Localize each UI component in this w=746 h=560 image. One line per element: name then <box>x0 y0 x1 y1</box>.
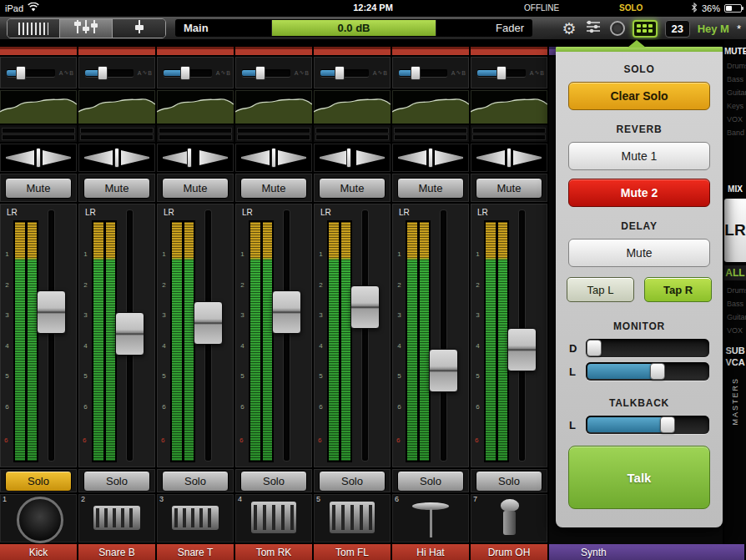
fader-cap[interactable] <box>429 349 458 392</box>
mini-slider-handle[interactable] <box>255 66 265 80</box>
mute-button[interactable]: Mute <box>397 178 463 199</box>
show-name[interactable]: Hey M <box>698 23 729 35</box>
solo-button[interactable]: Solo <box>476 471 542 492</box>
fader-track[interactable] <box>362 210 368 461</box>
mini-slider-track[interactable] <box>242 69 290 77</box>
fader-cap[interactable] <box>350 285 380 329</box>
slider-handle[interactable] <box>660 416 675 433</box>
channel-name[interactable]: Snare T <box>157 544 234 560</box>
monitor-dim-slider[interactable] <box>586 339 709 357</box>
slider-handle[interactable] <box>587 340 602 356</box>
view-mixer-button[interactable] <box>60 19 113 38</box>
fader-track[interactable] <box>48 210 54 461</box>
solo-button[interactable]: Solo <box>240 471 306 492</box>
channel-icon-area[interactable]: 4 <box>235 494 312 544</box>
fader-track[interactable] <box>441 210 446 461</box>
rail-list-item[interactable]: Band <box>724 126 746 139</box>
mini-slider-handle[interactable] <box>496 66 507 80</box>
rail-list-item[interactable]: Keys <box>724 99 746 113</box>
pan-handle[interactable] <box>346 148 351 168</box>
rail-list-item[interactable]: VOX <box>724 324 746 337</box>
channel-mini-slider[interactable]: A∿B <box>392 57 469 90</box>
dynamics-meters[interactable] <box>78 125 155 144</box>
mini-slider-track[interactable] <box>164 69 212 77</box>
channel-name[interactable]: Kick <box>0 544 77 560</box>
view-channel-button[interactable] <box>113 19 165 38</box>
pan-handle[interactable] <box>36 148 41 168</box>
dynamics-meters[interactable] <box>235 125 312 144</box>
talk-button[interactable]: Talk <box>568 446 710 509</box>
mini-slider-track[interactable] <box>85 69 134 77</box>
pan-control[interactable] <box>392 144 469 174</box>
eq-display[interactable] <box>471 90 547 125</box>
record-button[interactable] <box>610 21 625 36</box>
channel-name[interactable]: Tom FL <box>314 544 391 560</box>
mini-slider-track[interactable] <box>320 69 369 77</box>
channel-icon-area[interactable]: 6 <box>392 494 469 544</box>
fader-cap[interactable] <box>37 290 66 334</box>
mute-button[interactable]: Mute <box>5 178 71 199</box>
fader-track[interactable] <box>284 210 290 461</box>
channel-name[interactable]: Synth <box>549 544 744 560</box>
solo-button[interactable]: Solo <box>319 471 385 492</box>
channel-name[interactable]: Tom RK <box>235 544 312 560</box>
clear-solo-button[interactable]: Clear Solo <box>568 82 710 110</box>
rail-list-item[interactable]: Guitars <box>724 86 746 99</box>
fader-cap[interactable] <box>194 301 223 345</box>
dynamics-meters[interactable] <box>0 125 77 144</box>
mini-slider-handle[interactable] <box>98 66 108 80</box>
fader-cap[interactable] <box>272 290 301 334</box>
channel-name[interactable]: Snare B <box>78 544 155 560</box>
rail-list-item[interactable]: Bass <box>724 73 746 86</box>
channel-icon-area[interactable]: 2 <box>78 494 155 544</box>
pan-handle[interactable] <box>187 148 192 168</box>
solo-button[interactable]: Solo <box>5 471 71 492</box>
pan-handle[interactable] <box>114 148 119 168</box>
eq-display[interactable] <box>157 90 234 125</box>
routing-button[interactable] <box>584 19 602 38</box>
channel-name[interactable]: Hi Hat <box>392 544 469 560</box>
rail-list-item[interactable]: Drums <box>724 284 746 297</box>
rail-list-item[interactable]: Guitars <box>724 310 746 324</box>
solo-button[interactable]: Solo <box>397 471 463 492</box>
tap-left-button[interactable]: Tap L <box>567 277 634 302</box>
reverb-mute2-button[interactable]: Mute 2 <box>568 179 710 207</box>
pan-handle[interactable] <box>507 148 512 168</box>
mini-slider-track[interactable] <box>477 69 526 77</box>
channel-mini-slider[interactable]: A∿B <box>235 57 312 90</box>
reverb-mute1-button[interactable]: Mute 1 <box>568 142 710 170</box>
mute-button[interactable]: Mute <box>162 178 228 199</box>
channel-name[interactable]: Drum OH <box>471 544 547 560</box>
rail-list-item[interactable]: VOX <box>724 113 746 126</box>
channel-mini-slider[interactable]: A∿B <box>0 57 77 90</box>
channel-mini-slider[interactable]: A∿B <box>78 57 155 90</box>
fader-cap[interactable] <box>507 328 537 371</box>
dynamics-meters[interactable] <box>314 125 391 144</box>
pan-control[interactable] <box>235 144 312 174</box>
settings-button[interactable]: ⚙ <box>562 21 577 37</box>
mini-slider-handle[interactable] <box>335 66 345 80</box>
solo-button[interactable]: Solo <box>83 471 149 492</box>
mute-button[interactable]: Mute <box>240 178 306 199</box>
dynamics-meters[interactable] <box>471 125 547 144</box>
delay-mute-button[interactable]: Mute <box>568 239 710 267</box>
rail-list-item[interactable]: Bass <box>724 297 746 310</box>
all-button[interactable]: ALL <box>724 265 746 280</box>
view-meters-button[interactable] <box>8 19 60 38</box>
mute-button[interactable]: Mute <box>476 178 542 199</box>
rail-list-item[interactable]: Drums <box>724 59 746 73</box>
tap-right-button[interactable]: Tap R <box>644 277 712 302</box>
eq-display[interactable] <box>314 90 391 125</box>
pan-handle[interactable] <box>428 148 433 168</box>
eq-display[interactable] <box>0 90 77 125</box>
mini-slider-handle[interactable] <box>180 66 190 80</box>
vca-label[interactable]: VCA <box>724 357 746 367</box>
channel-mini-slider[interactable]: A∿B <box>314 57 391 90</box>
channel-icon-area[interactable]: 5 <box>314 494 391 544</box>
mute-button[interactable]: Mute <box>319 178 385 199</box>
sub-label[interactable]: SUB <box>724 346 746 356</box>
solo-grid-button[interactable] <box>633 20 658 38</box>
selected-channel-display[interactable]: 23 <box>665 20 690 38</box>
mini-slider-track[interactable] <box>399 69 447 77</box>
channel-icon-area[interactable]: 7 <box>471 494 547 544</box>
